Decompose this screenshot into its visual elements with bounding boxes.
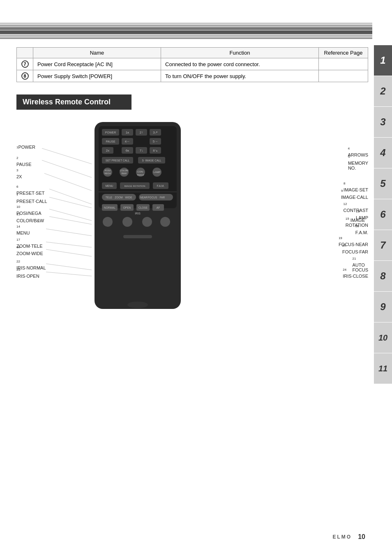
svg-line-71 xyxy=(44,173,92,191)
svg-text:1κ: 1κ xyxy=(126,131,129,134)
svg-text:CON-: CON- xyxy=(137,170,143,173)
table-header-ref: Reference Page xyxy=(319,48,368,58)
label-menu: 14 MENU xyxy=(16,225,30,235)
svg-text:2x: 2x xyxy=(106,149,109,152)
main-content: Name Function Reference Page 7 Power Cor… xyxy=(16,47,368,325)
svg-line-75 xyxy=(49,216,92,224)
chapter-tab-1[interactable]: 1 xyxy=(374,45,392,76)
svg-text:IMAGE ROTATION: IMAGE ROTATION xyxy=(124,185,145,187)
chapter-tab-9[interactable]: 9 xyxy=(374,292,392,322)
label-focus-far: 20 FOCUS·FAR xyxy=(342,244,368,254)
page: 1 2 3 4 5 6 7 8 9 10 11 Name Function Re… xyxy=(0,0,392,555)
svg-text:PAUSE: PAUSE xyxy=(106,140,115,143)
page-footer: ELMO 10 xyxy=(333,533,365,541)
row-num-7: 7 xyxy=(17,58,33,70)
chapter-tab-5[interactable]: 5 xyxy=(374,168,392,199)
row-ref-7 xyxy=(319,58,368,70)
svg-text:ZOOM: ZOOM xyxy=(115,196,123,199)
stripe-2 xyxy=(0,25,372,27)
remote-control: POWER 1κ 2↑ 3↗ PAUSE 4← 5→ 2x xyxy=(90,120,185,315)
stripe-1 xyxy=(0,23,372,24)
svg-text:NEGA: NEGA xyxy=(104,172,111,175)
svg-line-77 xyxy=(46,242,92,247)
svg-text:5→: 5→ xyxy=(153,140,158,143)
svg-text:8↘: 8↘ xyxy=(153,149,157,152)
svg-line-73 xyxy=(49,197,92,208)
svg-text:TELE: TELE xyxy=(106,196,113,199)
svg-point-65 xyxy=(142,217,152,227)
svg-text:AF: AF xyxy=(157,206,160,209)
svg-text:6κ: 6κ xyxy=(126,149,129,152)
label-memory-no: 5 MEMORY NO. xyxy=(348,155,368,170)
svg-text:7↓: 7↓ xyxy=(140,149,143,152)
svg-text:MENU: MENU xyxy=(105,184,113,187)
svg-text:NEAR: NEAR xyxy=(140,196,148,199)
table-header-num xyxy=(17,48,33,58)
svg-text:POWER: POWER xyxy=(105,131,116,134)
row-function-8: To turn ON/OFF the power supply. xyxy=(161,70,319,82)
svg-text:FOCUS: FOCUS xyxy=(148,196,157,199)
chapter-tab-2[interactable]: 2 xyxy=(374,76,392,106)
svg-text:4←: 4← xyxy=(125,140,130,143)
remote-svg: POWER 1κ 2↑ 3↗ PAUSE 4← 5→ 2x xyxy=(90,120,185,313)
chapter-tab-8[interactable]: 8 xyxy=(374,261,392,291)
label-iris-close: 24 IRIS·CLOSE xyxy=(343,268,368,279)
chapter-tab-10[interactable]: 10 xyxy=(374,322,392,353)
svg-text:LAMP: LAMP xyxy=(154,171,160,173)
svg-text:2↑: 2↑ xyxy=(140,131,143,134)
chapter-tab-7[interactable]: 7 xyxy=(374,230,392,260)
page-number: 10 xyxy=(358,533,365,541)
svg-line-76 xyxy=(46,229,92,236)
svg-text:FAR: FAR xyxy=(160,196,165,199)
elmo-logo: ELMO xyxy=(333,534,352,540)
svg-text:B&W: B&W xyxy=(122,172,127,175)
svg-text:IRIS: IRIS xyxy=(135,212,141,215)
row-name-7: Power Cord Receptacle [AC IN] xyxy=(33,58,161,70)
chapter-tab-6[interactable]: 6 xyxy=(374,199,392,230)
svg-point-68 xyxy=(127,302,148,308)
parts-table: Name Function Reference Page 7 Power Cor… xyxy=(16,47,368,82)
svg-line-79 xyxy=(46,264,92,270)
stripe-3 xyxy=(0,27,372,30)
stripe-6 xyxy=(0,37,372,39)
chapter-tab-3[interactable]: 3 xyxy=(374,107,392,137)
label-pause: 2 PAUSE xyxy=(16,156,31,167)
section-header: Wireless Remote Control xyxy=(16,94,131,110)
row-ref-8 xyxy=(319,70,368,82)
label-preset-call: 7 PRESET·CALL xyxy=(16,193,47,204)
label-iris-open: 23 IRIS·OPEN xyxy=(16,268,39,279)
svg-line-70 xyxy=(42,160,92,177)
chapter-tab-11[interactable]: 11 xyxy=(374,353,392,384)
stripe-4 xyxy=(0,30,372,34)
header-stripes xyxy=(0,23,372,39)
svg-line-80 xyxy=(46,272,92,276)
svg-text:CLOSE: CLOSE xyxy=(138,206,148,209)
svg-point-66 xyxy=(160,217,170,227)
label-power: 1 POWER xyxy=(16,145,35,150)
row-name-8: Power Supply Switch [POWER] xyxy=(33,70,161,82)
svg-text:WIDE: WIDE xyxy=(125,196,133,199)
table-row: 8 Power Supply Switch [POWER] To turn ON… xyxy=(17,70,368,82)
table-row: 7 Power Cord Receptacle [AC IN] Connecte… xyxy=(17,58,368,70)
label-image-call: 9 IMAGE·CALL xyxy=(341,189,368,200)
row-num-8: 8 xyxy=(17,70,33,82)
svg-text:S· IMAGE CALL: S· IMAGE CALL xyxy=(142,159,161,162)
svg-text:OPEN: OPEN xyxy=(123,206,131,209)
svg-text:3↗: 3↗ xyxy=(153,131,157,134)
label-zoom-wide: 18 ZOOM·WIDE xyxy=(16,245,43,256)
label-2x: 3 2X xyxy=(16,168,22,179)
label-fam: 16 F.A.M. xyxy=(355,224,368,235)
svg-text:TRAST: TRAST xyxy=(137,174,145,176)
svg-text:COLOR/: COLOR/ xyxy=(120,169,129,172)
svg-text:NORMAL: NORMAL xyxy=(104,206,115,209)
stripe-5 xyxy=(0,35,372,37)
svg-line-74 xyxy=(49,209,92,221)
remote-diagram: POWER 1κ 2↑ 3↗ PAUSE 4← 5→ 2x xyxy=(16,120,368,325)
svg-point-63 xyxy=(103,217,113,227)
svg-line-78 xyxy=(46,249,92,256)
svg-rect-67 xyxy=(123,235,152,238)
chapter-tabs: 1 2 3 4 5 6 7 8 9 10 11 xyxy=(374,45,392,384)
chapter-tab-4[interactable]: 4 xyxy=(374,138,392,168)
svg-line-69 xyxy=(42,148,92,164)
svg-text:SET PRESET CALL: SET PRESET CALL xyxy=(106,159,130,162)
